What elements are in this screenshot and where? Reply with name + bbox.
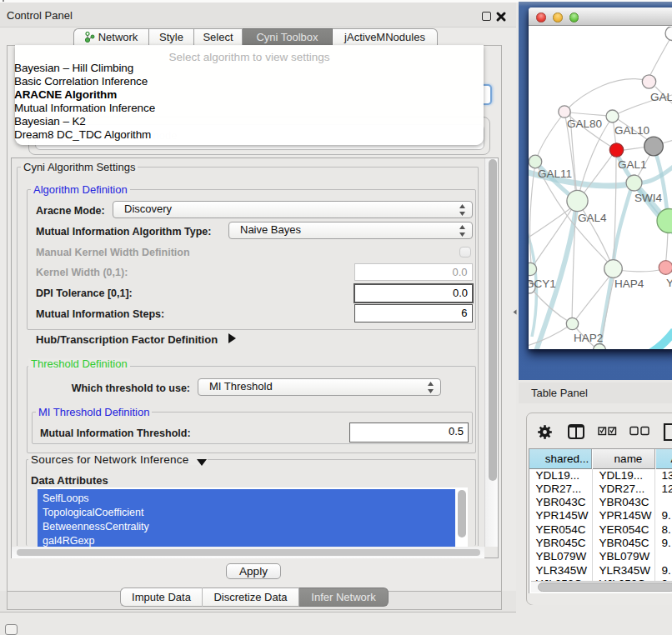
svg-text:GAL80: GAL80 [567, 118, 602, 130]
svg-text:HAP2: HAP2 [574, 332, 603, 344]
svg-text:GAL4: GAL4 [578, 212, 607, 224]
svg-text:GAL11: GAL11 [538, 168, 572, 180]
svg-text:HAP4: HAP4 [614, 278, 644, 290]
svg-text:GCY1: GCY1 [529, 278, 556, 290]
svg-text:GAL10: GAL10 [614, 124, 649, 137]
svg-text:SWI4: SWI4 [634, 192, 662, 204]
svg-text:GAL1: GAL1 [618, 158, 647, 171]
svg-text:Y: Y [666, 277, 672, 289]
svg-text:GAL7: GAL7 [650, 91, 672, 103]
